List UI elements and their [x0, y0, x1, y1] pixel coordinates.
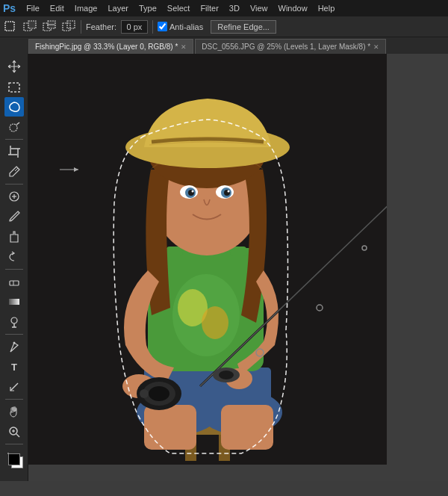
crop-tool-button[interactable] [4, 142, 24, 161]
history-brush-button[interactable] [4, 247, 24, 267]
svg-rect-7 [67, 21, 75, 28]
menu-select[interactable]: Select [163, 2, 195, 14]
selection-mode-intersect[interactable] [61, 19, 76, 34]
svg-rect-0 [5, 22, 14, 31]
quick-selection-button[interactable] [4, 117, 24, 137]
menu-filter[interactable]: Filter [196, 2, 223, 14]
eraser-button[interactable] [4, 272, 24, 291]
spot-healing-button[interactable] [4, 187, 24, 206]
ps-logo: Ps [3, 2, 16, 14]
main-area: T [0, 54, 448, 481]
menu-view[interactable]: View [246, 2, 273, 14]
menu-3d[interactable]: 3D [225, 2, 244, 14]
menu-type[interactable]: Type [134, 2, 161, 14]
zoom-tool-button[interactable] [4, 422, 24, 441]
antialias-wrap: Anti-alias [158, 22, 203, 31]
svg-rect-6 [63, 23, 70, 31]
move-tool-button[interactable] [4, 57, 24, 76]
options-separator-1 [81, 20, 81, 34]
menu-window[interactable]: Window [274, 2, 312, 14]
tool-sep-2 [5, 184, 23, 185]
hand-tool-button[interactable] [4, 402, 24, 421]
menu-image[interactable]: Image [70, 2, 102, 14]
antialias-label: Anti-alias [169, 22, 203, 31]
lasso-tool-button[interactable] [4, 97, 24, 117]
canvas-area[interactable] [28, 54, 448, 481]
menu-layer[interactable]: Layer [103, 2, 133, 14]
svg-line-15 [15, 168, 18, 171]
eyedropper-button[interactable] [4, 162, 24, 182]
antialias-checkbox[interactable] [158, 22, 167, 31]
rectangular-marquee-button[interactable] [4, 77, 24, 96]
options-bar: Feather: Anti-alias Refine Edge... [0, 16, 448, 37]
svg-rect-8 [9, 83, 19, 92]
text-tool-button[interactable]: T [4, 357, 24, 376]
menu-bar: Ps File Edit Image Layer Type Select Fil… [0, 0, 448, 16]
selection-mode-subtract[interactable] [42, 19, 57, 34]
tab-dsc[interactable]: DSC_0556.JPG @ 25% (Levels 1, Layer Mask… [195, 39, 386, 54]
svg-point-62 [149, 386, 169, 401]
svg-point-63 [140, 389, 149, 398]
tool-sep-1 [5, 139, 23, 140]
tab-fishing-label: FishingPic.jpg @ 33.3% (Layer 0, RGB/8) … [35, 43, 178, 51]
pen-tool-button[interactable] [4, 337, 24, 356]
svg-text:T: T [11, 362, 17, 373]
selection-mode-new[interactable] [3, 19, 18, 34]
tool-sep-3 [5, 269, 23, 270]
svg-rect-39 [221, 405, 273, 450]
tab-dsc-close[interactable]: ✕ [373, 43, 379, 51]
svg-point-55 [192, 190, 194, 193]
svg-point-9 [10, 124, 17, 131]
tab-fishing-pic[interactable]: FishingPic.jpg @ 33.3% (Layer 0, RGB/8) … [28, 39, 193, 54]
svg-point-25 [13, 342, 15, 344]
svg-rect-38 [144, 405, 196, 450]
svg-point-43 [202, 306, 228, 339]
svg-point-56 [228, 190, 230, 193]
menu-edit[interactable]: Edit [46, 2, 69, 14]
svg-point-22 [11, 317, 17, 323]
tab-fishing-close[interactable]: ✕ [181, 43, 187, 51]
options-separator-2 [152, 20, 153, 34]
svg-rect-19 [10, 281, 19, 285]
canvas-content [28, 54, 448, 481]
feather-input[interactable] [121, 20, 148, 34]
menu-file[interactable]: File [22, 2, 44, 14]
svg-rect-21 [9, 299, 19, 305]
selection-mode-add[interactable] [22, 19, 37, 34]
refine-edge-button[interactable]: Refine Edge... [211, 20, 276, 34]
menu-help[interactable]: Help [314, 2, 340, 14]
tool-sep-4 [5, 334, 23, 335]
canvas-photo [28, 54, 387, 465]
brush-button[interactable] [4, 207, 24, 226]
color-swatches[interactable] [4, 450, 24, 469]
tab-dsc-label: DSC_0556.JPG @ 25% (Levels 1, Layer Mask… [202, 43, 370, 51]
svg-point-70 [219, 371, 234, 379]
dodge-button[interactable] [4, 312, 24, 332]
svg-rect-2 [28, 21, 36, 28]
svg-line-28 [16, 434, 19, 437]
gradient-button[interactable] [4, 292, 24, 311]
toolbar: T [0, 54, 28, 481]
clone-stamp-button[interactable] [4, 227, 24, 247]
tab-bar: FishingPic.jpg @ 33.3% (Layer 0, RGB/8) … [0, 37, 448, 54]
svg-line-10 [16, 123, 19, 125]
tool-sep-5 [5, 399, 23, 400]
path-selection-button[interactable] [4, 377, 24, 397]
feather-label: Feather: [86, 22, 116, 31]
tool-sep-6 [5, 444, 23, 444]
